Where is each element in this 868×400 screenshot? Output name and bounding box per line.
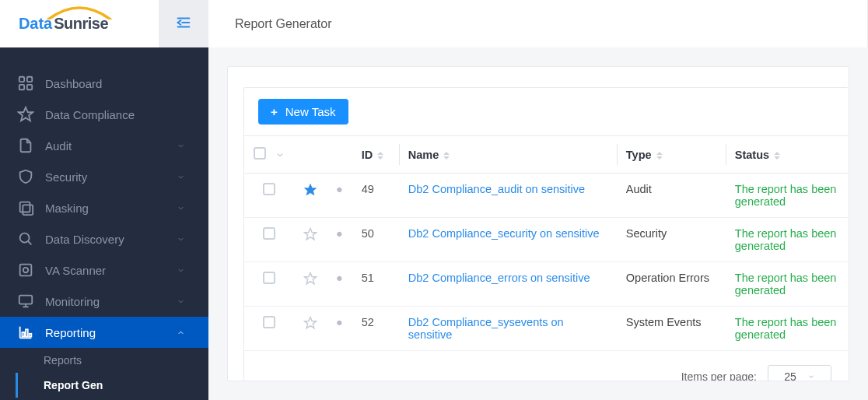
- chevron-down-icon: [177, 264, 185, 277]
- sidebar-item-discovery[interactable]: Data Discovery: [0, 223, 208, 254]
- svg-rect-9: [23, 205, 33, 215]
- sidebar-item-reporting[interactable]: Reporting: [0, 317, 208, 348]
- sidebar-item-label: Dashboard: [45, 77, 102, 90]
- star-icon[interactable]: [303, 275, 317, 288]
- page-title: Report Generator: [208, 0, 868, 47]
- column-header-name[interactable]: Name: [408, 149, 439, 161]
- collapse-sidebar-button[interactable]: [159, 0, 208, 47]
- sidebar-item-compliance[interactable]: Data Compliance: [0, 99, 208, 130]
- svg-marker-23: [305, 229, 317, 240]
- table-row: ●50Db2 Compliance_security on sensitiveS…: [244, 218, 849, 262]
- new-task-button[interactable]: + New Task: [258, 99, 348, 125]
- star-icon[interactable]: [303, 187, 317, 199]
- svg-rect-3: [19, 77, 24, 82]
- row-type: Security: [626, 227, 667, 240]
- star-icon: [17, 106, 34, 123]
- items-per-page-value: 25: [784, 370, 796, 381]
- sidebar-subitem-reportgen[interactable]: Report Gen: [44, 373, 208, 398]
- svg-rect-4: [27, 77, 32, 82]
- status-dot-icon: ●: [336, 183, 343, 195]
- svg-rect-20: [26, 329, 28, 336]
- svg-marker-22: [305, 184, 317, 195]
- chevron-down-icon[interactable]: [275, 149, 285, 162]
- plus-icon: +: [271, 105, 278, 118]
- new-task-label: New Task: [285, 105, 336, 118]
- svg-marker-24: [305, 273, 317, 284]
- sidebar-item-security[interactable]: Security: [0, 161, 208, 192]
- column-header-type[interactable]: Type: [626, 149, 652, 161]
- row-type: Audit: [626, 183, 652, 195]
- row-id: 52: [362, 316, 374, 328]
- select-all-checkbox[interactable]: [254, 147, 266, 160]
- row-type: System Events: [626, 316, 702, 328]
- sidebar-item-dashboard[interactable]: Dashboard: [0, 68, 208, 99]
- sidebar-item-label: Masking: [45, 202, 89, 215]
- sort-icon[interactable]: [656, 152, 663, 160]
- status-dot-icon: ●: [336, 272, 343, 284]
- dashboard-icon: [17, 75, 34, 92]
- row-type: Operation Errors: [626, 272, 709, 284]
- star-icon[interactable]: [303, 320, 317, 332]
- row-checkbox[interactable]: [263, 227, 275, 240]
- chevron-down-icon: [177, 295, 185, 308]
- collapse-icon: [175, 14, 192, 33]
- monitor-icon: [17, 293, 34, 310]
- sidebar-item-label: Monitoring: [45, 295, 100, 308]
- sidebar-item-label: Data Compliance: [45, 108, 135, 121]
- sidebar-item-audit[interactable]: Audit: [0, 130, 208, 161]
- chevron-down-icon: [177, 233, 185, 246]
- sidebar-item-vascanner[interactable]: VA Scanner: [0, 254, 208, 286]
- tasks-table: ID Name Type Status ●49Db2 Compliance_au…: [244, 135, 849, 351]
- column-header-id[interactable]: ID: [362, 149, 373, 161]
- logo[interactable]: DataSunrise: [0, 0, 159, 47]
- chevron-down-icon: [177, 139, 185, 153]
- content-card: + New Task: [227, 66, 849, 381]
- status-dot-icon: ●: [336, 227, 343, 240]
- row-checkbox[interactable]: [263, 272, 275, 284]
- sidebar-item-masking[interactable]: Masking: [0, 192, 208, 223]
- sidebar: Dashboard Data Compliance Audit Security…: [0, 47, 208, 400]
- svg-point-10: [20, 233, 30, 243]
- svg-rect-21: [30, 334, 32, 337]
- column-header-status[interactable]: Status: [735, 149, 769, 161]
- sidebar-subitem-reports[interactable]: Reports: [44, 348, 208, 373]
- status-dot-icon: ●: [336, 316, 343, 328]
- row-checkbox[interactable]: [263, 183, 275, 195]
- sidebar-item-label: Audit: [45, 139, 72, 153]
- shield-icon: [17, 168, 34, 185]
- row-checkbox[interactable]: [263, 316, 275, 328]
- items-per-page-select[interactable]: 25: [768, 365, 831, 381]
- chevron-down-icon: [807, 370, 815, 381]
- row-name-link[interactable]: Db2 Compliance_security on sensitive: [408, 227, 600, 240]
- row-status: The report has been generated: [735, 227, 837, 252]
- masking-icon: [17, 199, 34, 216]
- sort-icon[interactable]: [443, 152, 450, 160]
- scanner-icon: [17, 261, 34, 279]
- row-name-link[interactable]: Db2 Compliance_audit on sensitive: [408, 183, 585, 195]
- star-icon[interactable]: [303, 231, 317, 244]
- row-status: The report has been generated: [735, 272, 837, 296]
- svg-rect-6: [27, 85, 32, 89]
- chevron-down-icon: [177, 170, 185, 184]
- svg-rect-14: [19, 296, 33, 304]
- sidebar-item-label: Reporting: [45, 326, 96, 339]
- sidebar-subitem-label: Report Gen: [44, 379, 103, 391]
- sort-icon[interactable]: [377, 152, 383, 160]
- svg-rect-5: [19, 85, 24, 89]
- svg-point-13: [23, 268, 28, 272]
- search-icon: [17, 230, 34, 247]
- svg-marker-25: [305, 318, 317, 328]
- chart-icon: [17, 324, 34, 341]
- svg-rect-12: [20, 265, 32, 276]
- row-name-link[interactable]: Db2 Compliance_errors on sensitive: [408, 272, 590, 284]
- file-icon: [17, 137, 34, 154]
- row-status: The report has been generated: [735, 183, 837, 208]
- svg-line-11: [28, 241, 31, 244]
- sort-icon[interactable]: [774, 152, 780, 160]
- sidebar-item-label: VA Scanner: [45, 264, 106, 277]
- row-name-link[interactable]: Db2 Compliance_sysevents on sensitive: [408, 316, 564, 341]
- sidebar-item-monitoring[interactable]: Monitoring: [0, 286, 208, 317]
- items-per-page-label: Items per page:: [681, 370, 757, 381]
- row-id: 49: [362, 183, 374, 195]
- sidebar-item-label: Data Discovery: [45, 233, 124, 246]
